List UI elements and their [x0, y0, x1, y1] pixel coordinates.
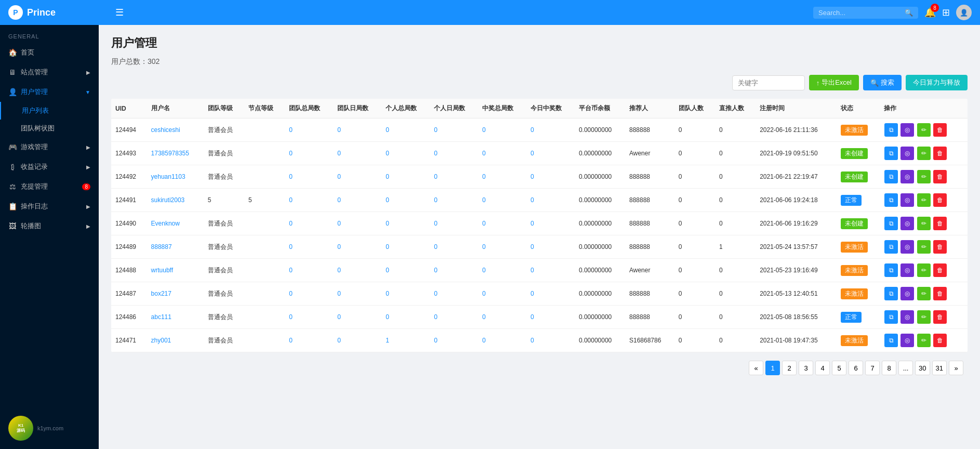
cell-username-9[interactable]: zhy001 — [147, 329, 204, 352]
copy-button-5[interactable]: ⧉ — [884, 240, 898, 254]
sidebar-item-user-mgmt[interactable]: 👤 用户管理 ▼ — [0, 82, 99, 102]
cell-team-daily-5[interactable]: 0 — [333, 235, 381, 259]
cell-win-total-9[interactable]: 0 — [478, 329, 526, 352]
delete-button-5[interactable]: 🗑 — [933, 240, 947, 254]
share-button-5[interactable]: ◎ — [900, 240, 914, 254]
copy-button-7[interactable]: ⧉ — [884, 287, 898, 300]
sidebar-item-income[interactable]: ₿ 收益记录 ▶ — [0, 157, 99, 177]
share-button-3[interactable]: ◎ — [900, 193, 914, 207]
page-5-button[interactable]: 5 — [832, 361, 846, 375]
cell-team-total-2[interactable]: 0 — [285, 165, 333, 189]
cell-username-6[interactable]: wrtuubff — [147, 259, 204, 282]
cell-personal-daily-4[interactable]: 0 — [430, 212, 478, 235]
edit-button-2[interactable]: ✏ — [917, 170, 931, 183]
cell-username-7[interactable]: box217 — [147, 282, 204, 306]
share-button-4[interactable]: ◎ — [900, 217, 914, 230]
delete-button-7[interactable]: 🗑 — [933, 287, 947, 300]
cell-username-8[interactable]: abc111 — [147, 306, 204, 329]
page-8-button[interactable]: 8 — [882, 361, 896, 375]
share-button-0[interactable]: ◎ — [900, 123, 914, 137]
cell-today-win-8[interactable]: 0 — [526, 306, 575, 329]
sidebar-item-site-mgmt[interactable]: 🖥 站点管理 ▶ — [0, 62, 99, 82]
sidebar-item-recharge[interactable]: ⚖ 充提管理 8 — [0, 177, 99, 196]
cell-today-win-0[interactable]: 0 — [526, 118, 575, 142]
share-button-7[interactable]: ◎ — [900, 287, 914, 300]
cell-username-0[interactable]: ceshiceshi — [147, 118, 204, 142]
edit-button-7[interactable]: ✏ — [917, 287, 931, 300]
cell-team-daily-1[interactable]: 0 — [333, 142, 381, 165]
share-button-9[interactable]: ◎ — [900, 334, 914, 347]
edit-button-5[interactable]: ✏ — [917, 240, 931, 254]
cell-personal-total-5[interactable]: 0 — [381, 235, 430, 259]
cell-personal-daily-9[interactable]: 0 — [430, 329, 478, 352]
cell-team-daily-8[interactable]: 0 — [333, 306, 381, 329]
cell-win-total-2[interactable]: 0 — [478, 165, 526, 189]
page-6-button[interactable]: 6 — [849, 361, 863, 375]
cell-team-total-6[interactable]: 0 — [285, 259, 333, 282]
edit-button-4[interactable]: ✏ — [917, 217, 931, 230]
copy-button-1[interactable]: ⧉ — [884, 147, 898, 160]
edit-button-0[interactable]: ✏ — [917, 123, 931, 137]
cell-username-1[interactable]: 17385978355 — [147, 142, 204, 165]
edit-button-3[interactable]: ✏ — [917, 193, 931, 207]
delete-button-2[interactable]: 🗑 — [933, 170, 947, 183]
cell-team-daily-7[interactable]: 0 — [333, 282, 381, 306]
cell-personal-daily-1[interactable]: 0 — [430, 142, 478, 165]
cell-personal-total-2[interactable]: 0 — [381, 165, 430, 189]
cell-win-total-8[interactable]: 0 — [478, 306, 526, 329]
cell-username-4[interactable]: Evenknow — [147, 212, 204, 235]
cell-win-total-4[interactable]: 0 — [478, 212, 526, 235]
sidebar-item-team-tree[interactable]: 团队树状图 — [0, 120, 99, 137]
cell-personal-daily-7[interactable]: 0 — [430, 282, 478, 306]
cell-personal-daily-0[interactable]: 0 — [430, 118, 478, 142]
cell-team-total-1[interactable]: 0 — [285, 142, 333, 165]
delete-button-0[interactable]: 🗑 — [933, 123, 947, 137]
page-next-button[interactable]: » — [949, 361, 963, 375]
menu-toggle-button[interactable]: ☰ — [111, 5, 128, 20]
keyword-input[interactable] — [732, 75, 805, 90]
cell-today-win-7[interactable]: 0 — [526, 282, 575, 306]
page-2-button[interactable]: 2 — [782, 361, 797, 375]
cell-win-total-0[interactable]: 0 — [478, 118, 526, 142]
cell-personal-total-3[interactable]: 0 — [381, 189, 430, 212]
cell-personal-total-1[interactable]: 0 — [381, 142, 430, 165]
copy-button-8[interactable]: ⧉ — [884, 310, 898, 324]
cell-win-total-1[interactable]: 0 — [478, 142, 526, 165]
cell-win-total-6[interactable]: 0 — [478, 259, 526, 282]
cell-team-total-3[interactable]: 0 — [285, 189, 333, 212]
cell-win-total-5[interactable]: 0 — [478, 235, 526, 259]
page-7-button[interactable]: 7 — [865, 361, 880, 375]
cell-personal-total-7[interactable]: 0 — [381, 282, 430, 306]
copy-button-2[interactable]: ⧉ — [884, 170, 898, 183]
page-31-button[interactable]: 31 — [932, 361, 947, 375]
cell-team-daily-4[interactable]: 0 — [333, 212, 381, 235]
delete-button-4[interactable]: 🗑 — [933, 217, 947, 230]
copy-button-0[interactable]: ⧉ — [884, 123, 898, 137]
sidebar-item-operation-log[interactable]: 📋 操作日志 ▶ — [0, 196, 99, 216]
page-3-button[interactable]: 3 — [799, 361, 813, 375]
settings-icon[interactable]: ⊞ — [942, 7, 950, 18]
cell-team-total-8[interactable]: 0 — [285, 306, 333, 329]
cell-personal-total-9[interactable]: 1 — [381, 329, 430, 352]
page-4-button[interactable]: 4 — [815, 361, 830, 375]
cell-team-total-4[interactable]: 0 — [285, 212, 333, 235]
edit-button-9[interactable]: ✏ — [917, 334, 931, 347]
cell-username-2[interactable]: yehuan1103 — [147, 165, 204, 189]
cell-today-win-3[interactable]: 0 — [526, 189, 575, 212]
delete-button-3[interactable]: 🗑 — [933, 193, 947, 207]
cell-team-total-0[interactable]: 0 — [285, 118, 333, 142]
edit-button-6[interactable]: ✏ — [917, 263, 931, 277]
cell-today-win-6[interactable]: 0 — [526, 259, 575, 282]
copy-button-9[interactable]: ⧉ — [884, 334, 898, 347]
page-30-button[interactable]: 30 — [915, 361, 930, 375]
edit-button-8[interactable]: ✏ — [917, 310, 931, 324]
copy-button-4[interactable]: ⧉ — [884, 217, 898, 230]
cell-team-daily-0[interactable]: 0 — [333, 118, 381, 142]
cell-personal-daily-5[interactable]: 0 — [430, 235, 478, 259]
cell-personal-daily-2[interactable]: 0 — [430, 165, 478, 189]
avatar[interactable]: 👤 — [956, 5, 972, 20]
page-prev-button[interactable]: « — [749, 361, 763, 375]
cell-win-total-3[interactable]: 0 — [478, 189, 526, 212]
share-button-6[interactable]: ◎ — [900, 263, 914, 277]
share-button-8[interactable]: ◎ — [900, 310, 914, 324]
